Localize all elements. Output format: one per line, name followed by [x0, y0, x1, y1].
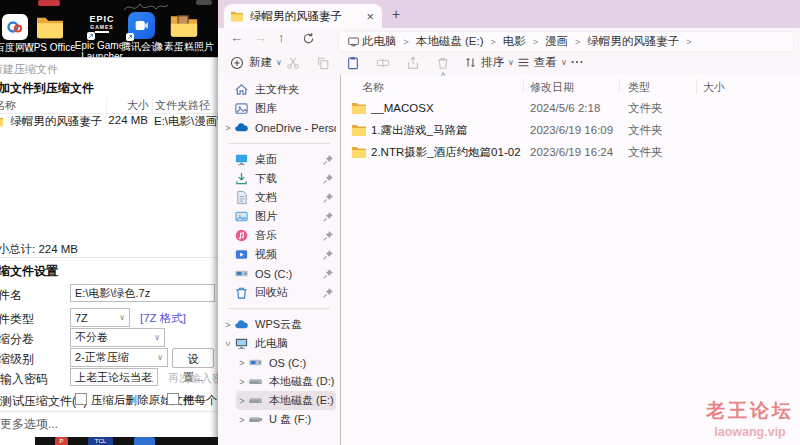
password-input[interactable]	[70, 368, 158, 386]
chevron-icon[interactable]: >	[223, 338, 233, 350]
onedrive-icon	[234, 120, 249, 135]
column-header-size[interactable]: 大小	[106, 98, 149, 114]
folder-icon	[0, 115, 4, 127]
taskbar[interactable]: PTCL	[35, 437, 218, 445]
documents-icon	[234, 190, 249, 205]
column-header-size[interactable]: 大小	[703, 80, 725, 95]
refresh-icon[interactable]	[302, 32, 315, 48]
breadcrumb-chevron-icon: >	[686, 37, 691, 47]
format-settings-link[interactable]: [7Z 格式]	[140, 311, 186, 326]
sidebar-item[interactable]: 下载	[222, 169, 336, 188]
delete-icon[interactable]	[436, 56, 450, 70]
sidebar-item[interactable]: 主文件夹	[222, 80, 336, 99]
new-tab-button[interactable]: +	[392, 6, 400, 22]
new-button[interactable]: 新建∨	[230, 55, 282, 70]
up-icon[interactable]: ↑	[278, 30, 285, 45]
sidebar-item[interactable]: OS (C:)	[222, 264, 336, 283]
file-name: 1.露出游戏_马路篇	[371, 123, 468, 138]
pictures-icon	[234, 209, 249, 224]
new-archive-dialog: 新建压缩文件 添加文件到压缩文件 名称 大小 文件夹路径 绿帽男的风骚妻子 22…	[0, 57, 218, 445]
file-row[interactable]: 1.露出游戏_马路篇2023/6/19 16:09文件夹	[341, 119, 794, 141]
os-drive-icon	[234, 266, 249, 281]
column-divider[interactable]	[696, 79, 697, 93]
explorer-tab[interactable]: 绿帽男的风骚妻子 ×	[224, 4, 382, 28]
breadcrumb-segment[interactable]: 电影	[503, 34, 526, 49]
taskbar-icon-stub[interactable]	[134, 437, 155, 445]
split-dropdown[interactable]: 不分卷∨	[70, 328, 165, 347]
sidebar-item[interactable]: >此电脑	[222, 334, 336, 353]
breadcrumb-segment[interactable]: 本地磁盘 (E:)	[416, 34, 484, 49]
copy-icon[interactable]	[316, 56, 330, 70]
filename-label: 文件名	[0, 287, 22, 304]
column-divider[interactable]	[523, 79, 524, 93]
column-header-path[interactable]: 文件夹路径	[152, 98, 218, 114]
sidebar-item[interactable]: 图库	[222, 99, 336, 118]
usb-drive-icon	[248, 412, 263, 427]
sidebar-item[interactable]: 回收站	[222, 283, 336, 302]
rename-icon[interactable]	[376, 56, 390, 70]
divider	[0, 411, 218, 412]
breadcrumb-segment[interactable]: 绿帽男的风骚妻子	[587, 34, 679, 49]
chevron-icon[interactable]: >	[236, 396, 248, 406]
archive-file-row[interactable]: 绿帽男的风骚妻子	[0, 114, 102, 130]
more-options-link[interactable]: 更多选项...	[0, 416, 58, 433]
sidebar-item[interactable]: >本地磁盘 (E:)	[236, 391, 336, 410]
breadcrumb-segment[interactable]: 此电脑	[362, 34, 397, 49]
chevron-icon[interactable]: >	[236, 358, 248, 368]
file-row[interactable]: 2.NTR摄影_酒店约炮篇01-022023/6/19 16:24文件夹	[341, 141, 794, 163]
chevron-down-icon: ∨	[157, 353, 163, 362]
password-confirm-placeholder[interactable]: 再次输入密码	[168, 371, 218, 386]
breadcrumb-segment[interactable]: 漫画	[545, 34, 568, 49]
filename-input[interactable]	[70, 284, 215, 302]
sidebar-item[interactable]: 音乐	[222, 226, 336, 245]
sidebar-item[interactable]: >WPS云盘	[222, 315, 336, 334]
column-header-name[interactable]: 名称	[362, 80, 384, 95]
sidebar-item-label: 视频	[255, 247, 322, 262]
taskbar-icon-stub[interactable]: TCL	[88, 437, 113, 445]
sidebar-item[interactable]: >U 盘 (F:)	[236, 410, 336, 429]
column-divider[interactable]	[619, 79, 620, 93]
file-row[interactable]: __MACOSX2024/5/6 2:18文件夹	[341, 97, 794, 119]
chevron-icon[interactable]: >	[222, 123, 234, 133]
desktop-icon-wps-office[interactable]: WPS Office	[22, 14, 78, 53]
taskbar-icon-stub[interactable]: P	[55, 437, 68, 445]
view-button[interactable]: 查看∨	[517, 55, 567, 70]
split-label: 压缩分卷	[0, 331, 34, 348]
cut-icon[interactable]	[286, 56, 300, 70]
chevron-down-icon: ∨	[154, 333, 160, 342]
sort-button[interactable]: 排序∨	[464, 55, 514, 70]
each-file-checkbox[interactable]: 把每个文件/	[167, 393, 218, 408]
new-button-label: 新建	[249, 55, 272, 70]
file-type: 文件夹	[628, 123, 663, 138]
folder-icon	[230, 10, 244, 22]
sidebar-item[interactable]: 桌面	[222, 150, 336, 169]
chevron-icon[interactable]: >	[236, 377, 248, 387]
desktop-icon-pixel-cake-photos[interactable]: 像素蛋糕照片	[152, 12, 216, 52]
column-header-type[interactable]: 类型	[628, 80, 650, 95]
sidebar-item[interactable]: 文档	[222, 188, 336, 207]
sidebar-item[interactable]: >OneDrive - Personal	[222, 118, 336, 137]
column-header-modified[interactable]: 修改日期	[530, 80, 574, 95]
tencent-meeting-icon	[128, 12, 155, 39]
sidebar-item[interactable]: >OS (C:)	[236, 353, 336, 372]
filetype-dropdown[interactable]: 7Z∨	[70, 308, 130, 327]
chevron-icon[interactable]: >	[222, 320, 234, 330]
level-dropdown[interactable]: 2-正常压缩∨	[70, 348, 168, 367]
sidebar-item[interactable]: 图片	[222, 207, 336, 226]
level-settings-button[interactable]: 设置...	[172, 348, 214, 368]
sidebar-item[interactable]: 视频	[222, 245, 336, 264]
share-icon[interactable]	[406, 56, 420, 70]
forward-icon[interactable]: →	[254, 30, 267, 45]
more-options-icon[interactable]	[570, 58, 584, 66]
desktop-icon	[234, 152, 249, 167]
breadcrumb[interactable]: 此电脑>本地磁盘 (E:)>电影>漫画>绿帽男的风骚妻子>	[338, 31, 794, 52]
sidebar-item-label: OneDrive - Personal	[255, 122, 336, 134]
sidebar-item[interactable]: >本地磁盘 (D:)	[236, 372, 336, 391]
home-icon	[234, 82, 249, 97]
paste-icon[interactable]	[346, 56, 360, 70]
chevron-icon[interactable]: >	[236, 415, 248, 425]
tab-close-icon[interactable]: ×	[364, 9, 376, 24]
pin-icon	[322, 192, 334, 204]
back-icon[interactable]: ←	[230, 30, 243, 45]
tab-strip: 绿帽男的风骚妻子 × +	[218, 0, 800, 28]
